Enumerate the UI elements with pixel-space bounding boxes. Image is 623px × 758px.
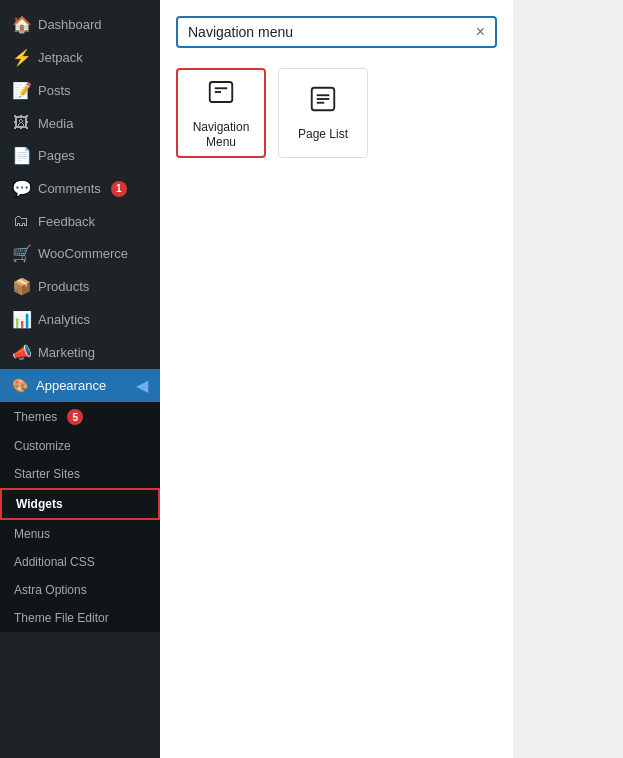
submenu-label-starter-sites: Starter Sites bbox=[14, 467, 80, 481]
sidebar-item-dashboard[interactable]: 🏠 Dashboard bbox=[0, 8, 160, 41]
sidebar-item-woocommerce[interactable]: 🛒 WooCommerce bbox=[0, 237, 160, 270]
sidebar-item-themes[interactable]: Themes5 bbox=[0, 402, 160, 432]
sidebar-label-woocommerce: WooCommerce bbox=[38, 246, 128, 261]
posts-icon: 📝 bbox=[12, 81, 30, 100]
block-item-navigation-menu[interactable]: Navigation Menu bbox=[176, 68, 266, 158]
comments-icon: 💬 bbox=[12, 179, 30, 198]
sidebar-item-media[interactable]: 🖼 Media bbox=[0, 107, 160, 139]
main-content: × Navigation Menu Page List bbox=[160, 0, 513, 758]
sidebar-item-posts[interactable]: 📝 Posts bbox=[0, 74, 160, 107]
sidebar-item-jetpack[interactable]: ⚡ Jetpack bbox=[0, 41, 160, 74]
sidebar-item-theme-file-editor[interactable]: Theme File Editor bbox=[0, 604, 160, 632]
analytics-icon: 📊 bbox=[12, 310, 30, 329]
submenu-label-widgets: Widgets bbox=[16, 497, 63, 511]
pages-icon: 📄 bbox=[12, 146, 30, 165]
sidebar-label-jetpack: Jetpack bbox=[38, 50, 83, 65]
sidebar-label-media: Media bbox=[38, 116, 73, 131]
sidebar-item-pages[interactable]: 📄 Pages bbox=[0, 139, 160, 172]
sidebar-item-additional-css[interactable]: Additional CSS bbox=[0, 548, 160, 576]
jetpack-icon: ⚡ bbox=[12, 48, 30, 67]
woocommerce-icon: 🛒 bbox=[12, 244, 30, 263]
submenu-label-themes: Themes bbox=[14, 410, 57, 424]
themes-badge: 5 bbox=[67, 409, 83, 425]
navigation-menu-icon bbox=[206, 77, 236, 114]
submenu-label-theme-file-editor: Theme File Editor bbox=[14, 611, 109, 625]
search-clear-button[interactable]: × bbox=[476, 24, 485, 40]
sidebar-label-feedback: Feedback bbox=[38, 214, 95, 229]
sidebar-label-products: Products bbox=[38, 279, 89, 294]
sidebar-item-comments[interactable]: 💬 Comments1 bbox=[0, 172, 160, 205]
appearance-label: Appearance bbox=[36, 378, 106, 393]
sidebar-item-customize[interactable]: Customize bbox=[0, 432, 160, 460]
right-panel bbox=[513, 0, 623, 758]
sidebar-label-analytics: Analytics bbox=[38, 312, 90, 327]
sidebar-label-pages: Pages bbox=[38, 148, 75, 163]
submenu-label-customize: Customize bbox=[14, 439, 71, 453]
block-grid: Navigation Menu Page List bbox=[176, 68, 497, 158]
products-icon: 📦 bbox=[12, 277, 30, 296]
block-label-page-list: Page List bbox=[298, 127, 348, 141]
submenu-label-additional-css: Additional CSS bbox=[14, 555, 95, 569]
sidebar-item-marketing[interactable]: 📣 Marketing bbox=[0, 336, 160, 369]
search-container: × bbox=[176, 16, 497, 48]
block-label-navigation-menu: Navigation Menu bbox=[178, 120, 264, 149]
sidebar-item-menus[interactable]: Menus bbox=[0, 520, 160, 548]
sidebar-item-analytics[interactable]: 📊 Analytics bbox=[0, 303, 160, 336]
media-icon: 🖼 bbox=[12, 114, 30, 132]
sidebar-item-widgets[interactable]: Widgets bbox=[0, 488, 160, 520]
sidebar-label-posts: Posts bbox=[38, 83, 71, 98]
sidebar-item-feedback[interactable]: 🗂 Feedback bbox=[0, 205, 160, 237]
submenu-label-menus: Menus bbox=[14, 527, 50, 541]
sidebar-item-products[interactable]: 📦 Products bbox=[0, 270, 160, 303]
sidebar-label-comments: Comments bbox=[38, 181, 101, 196]
marketing-icon: 📣 bbox=[12, 343, 30, 362]
sidebar-item-astra-options[interactable]: Astra Options bbox=[0, 576, 160, 604]
dashboard-icon: 🏠 bbox=[12, 15, 30, 34]
appearance-icon: 🎨 bbox=[12, 378, 28, 393]
chevron-icon: ◀ bbox=[136, 376, 148, 395]
sidebar-item-starter-sites[interactable]: Starter Sites bbox=[0, 460, 160, 488]
submenu-label-astra-options: Astra Options bbox=[14, 583, 87, 597]
sidebar: 🏠 Dashboard⚡ Jetpack📝 Posts🖼 Media📄 Page… bbox=[0, 0, 160, 758]
page-list-icon bbox=[308, 84, 338, 121]
block-item-page-list[interactable]: Page List bbox=[278, 68, 368, 158]
sidebar-label-marketing: Marketing bbox=[38, 345, 95, 360]
search-input[interactable] bbox=[188, 24, 476, 40]
sidebar-item-appearance[interactable]: 🎨 Appearance ◀ bbox=[0, 369, 160, 402]
feedback-icon: 🗂 bbox=[12, 212, 30, 230]
sidebar-label-dashboard: Dashboard bbox=[38, 17, 102, 32]
comments-badge: 1 bbox=[111, 181, 127, 197]
